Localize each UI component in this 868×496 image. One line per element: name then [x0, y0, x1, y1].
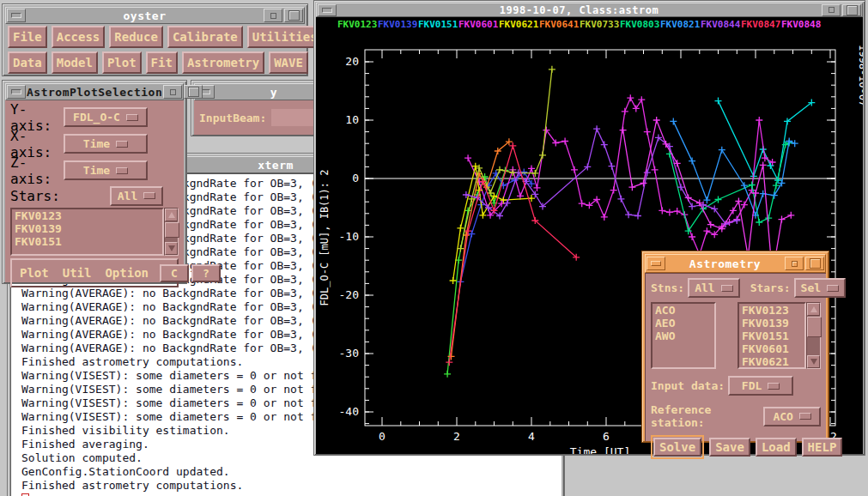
- desktop: { "oyster_window": { "title": "oyster", …: [0, 0, 868, 496]
- plotsel-titlebar[interactable]: AstromPlotSelection: [5, 83, 184, 100]
- menu-item-option[interactable]: Option: [100, 265, 153, 281]
- svg-text:0: 0: [379, 430, 385, 443]
- help-button[interactable]: HELP: [802, 438, 843, 457]
- svg-text:1998-10-07: 1998-10-07: [857, 45, 863, 106]
- plotsel-menubar: PlotUtilOption C?: [10, 258, 179, 287]
- z-axis-label: Z-axis:: [10, 154, 64, 187]
- list-item-aco[interactable]: ACO: [653, 304, 714, 317]
- svg-text:FDL_O-C [mU], IB(1): 2: FDL_O-C [mU], IB(1): 2: [319, 170, 331, 306]
- menu-dot-button[interactable]: [163, 85, 182, 99]
- plot-window-title: 1998-10-07, Class:astrom: [337, 4, 821, 16]
- svg-text:10: 10: [345, 113, 359, 126]
- maximize-button[interactable]: [284, 9, 303, 22]
- maximize-button[interactable]: [842, 4, 861, 16]
- maximize-icon: [188, 87, 199, 97]
- plotsel-menu-items: PlotUtilOption: [15, 265, 153, 281]
- list-item-fkv0123[interactable]: FKV0123: [739, 304, 804, 317]
- list-item-fkv0601[interactable]: FKV0601: [739, 342, 804, 355]
- arrow-down-icon: [810, 359, 817, 365]
- astrom-plot-selection-window: AstromPlotSelection Y-axis:FDL_O-CX-axis…: [2, 80, 187, 284]
- stns-dropdown[interactable]: All: [688, 278, 739, 298]
- menu-dot-button[interactable]: [822, 4, 841, 16]
- z-axis-dropdown[interactable]: Time: [64, 160, 148, 180]
- save-button[interactable]: Save: [709, 438, 750, 457]
- scroll-up-button[interactable]: [807, 303, 820, 316]
- menu-button-fit[interactable]: Fit: [146, 51, 178, 74]
- menu-button-model[interactable]: Model: [52, 51, 98, 74]
- menu-button-c[interactable]: C: [160, 264, 189, 282]
- y-axis-dropdown[interactable]: FDL_O-C: [64, 107, 148, 127]
- plot-titlebar[interactable]: 1998-10-07, Class:astrom: [316, 3, 863, 17]
- dot-icon: [270, 13, 276, 19]
- inputbeam-label: InputBeam:: [199, 112, 266, 124]
- oyster-window: oyster FileAccessReduceCalibrateUtilitie…: [2, 3, 308, 76]
- svg-text:6: 6: [603, 430, 610, 443]
- maximize-button[interactable]: [805, 257, 824, 270]
- menu-button-astrometry[interactable]: Astrometry: [182, 51, 264, 74]
- menu-dot-button[interactable]: [785, 257, 804, 270]
- y-titlebar[interactable]: y: [194, 83, 333, 100]
- input-data-dropdown[interactable]: FDL: [728, 376, 793, 396]
- list-item-fkv0123[interactable]: FKV0123: [12, 209, 162, 222]
- minimize-icon: [651, 261, 661, 266]
- menu-button-calibrate[interactable]: Calibrate: [167, 26, 243, 48]
- list-item-fkv0139[interactable]: FKV0139: [739, 317, 804, 330]
- menu-item-plot[interactable]: Plot: [15, 265, 53, 281]
- svg-text:-30: -30: [339, 347, 359, 360]
- terminal-line: [21, 493, 560, 496]
- maximize-button[interactable]: [184, 85, 203, 99]
- astrometry-titlebar[interactable]: Astrometry: [645, 254, 826, 273]
- menu-button-reduce[interactable]: Reduce: [109, 26, 163, 48]
- scroll-down-button[interactable]: [807, 355, 820, 368]
- minimize-button[interactable]: [646, 257, 665, 270]
- svg-text:2: 2: [453, 430, 460, 443]
- list-item-awo[interactable]: AWO: [653, 330, 714, 342]
- astrometry-dialog-title: Astrometry: [666, 257, 784, 270]
- star-listbox[interactable]: FKV0123FKV0139FKV0151FKV0601FKV0621: [737, 302, 806, 369]
- svg-text:-10: -10: [339, 230, 359, 243]
- minimize-button[interactable]: [318, 4, 337, 16]
- minimize-button[interactable]: [7, 9, 26, 22]
- list-item-fkv0621[interactable]: FKV0621: [739, 355, 804, 368]
- x-axis-dropdown[interactable]: Time: [64, 134, 148, 154]
- svg-text:Time [UT]: Time [UT]: [570, 445, 630, 454]
- scroll-up-button[interactable]: [165, 209, 178, 221]
- scrollbar-thumb[interactable]: [807, 317, 822, 337]
- menu-button-help[interactable]: ?: [191, 264, 221, 282]
- menu-button-access[interactable]: Access: [52, 26, 106, 48]
- menu-button-plot[interactable]: Plot: [102, 51, 142, 74]
- menu-button-wave[interactable]: WAVE: [269, 51, 308, 74]
- list-item-aeo[interactable]: AEO: [653, 317, 714, 330]
- svg-text:-40: -40: [339, 405, 359, 418]
- scrollbar-thumb[interactable]: [165, 222, 179, 238]
- menu-button-data[interactable]: Data: [8, 51, 47, 74]
- terminal-line: Finished astrometry computations.: [21, 479, 560, 493]
- list-item-fkv0151[interactable]: FKV0151: [739, 330, 804, 342]
- arrow-down-icon: [168, 245, 175, 251]
- star-list-scrollbar[interactable]: [164, 208, 179, 256]
- oyster-menu-row-2: DataModelPlotFitAstrometryWAVE: [5, 50, 305, 76]
- menu-button-file[interactable]: File: [8, 26, 47, 48]
- list-item-fkv0151[interactable]: FKV0151: [12, 235, 162, 248]
- svg-text:20: 20: [345, 55, 359, 68]
- star-listbox[interactable]: FKV0123FKV0139FKV0151: [10, 208, 164, 256]
- menu-item-util[interactable]: Util: [58, 265, 96, 281]
- stars-dropdown[interactable]: Sel: [794, 278, 846, 298]
- solve-button[interactable]: Solve: [653, 438, 701, 457]
- default-button-ring: Solve: [651, 435, 704, 459]
- star-list-scrollbar[interactable]: [806, 302, 821, 369]
- maximize-icon: [847, 5, 858, 15]
- list-item-fkv0139[interactable]: FKV0139: [12, 222, 162, 235]
- menu-dot-button[interactable]: [264, 9, 282, 22]
- load-button[interactable]: Load: [756, 438, 797, 457]
- option-menu-icon: [116, 167, 128, 174]
- station-listbox[interactable]: ACOAEOAWO: [651, 302, 716, 369]
- minimize-button[interactable]: [7, 85, 26, 99]
- stars-dropdown[interactable]: All: [110, 186, 163, 206]
- scroll-down-button[interactable]: [165, 242, 178, 255]
- menu-button-utilities[interactable]: Utilities: [247, 26, 323, 48]
- oyster-titlebar[interactable]: oyster: [5, 7, 305, 24]
- reference-station-dropdown[interactable]: ACO: [763, 407, 821, 426]
- option-menu-icon: [768, 383, 780, 390]
- stns-label: Stns:: [651, 281, 684, 294]
